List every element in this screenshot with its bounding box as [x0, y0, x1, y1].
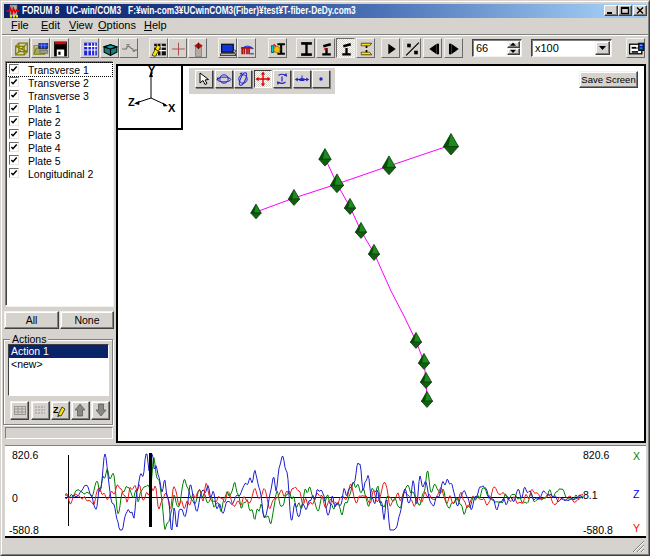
svg-text:Z: Z [53, 405, 59, 415]
svg-text:Z: Z [128, 96, 135, 108]
svg-text:X: X [168, 102, 176, 114]
svg-text:Y: Y [148, 66, 156, 76]
